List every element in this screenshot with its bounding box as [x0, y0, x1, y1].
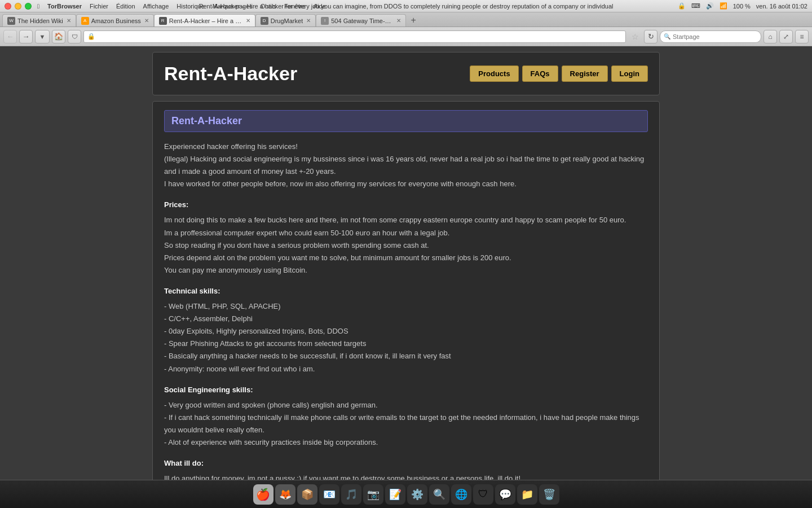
social-line-1: - Very good written and spoken (phone ca… — [164, 399, 648, 411]
tech-line-3: - 0day Exploits, Highly personalized tro… — [164, 325, 648, 338]
tab-favicon-1: W — [7, 17, 15, 25]
prices-line-5: You can pay me anonymously using Bitcoin… — [164, 264, 648, 277]
tab-close-2[interactable]: ✕ — [144, 17, 149, 24]
dock-icon-3[interactable]: 📦 — [297, 484, 317, 505]
edition-menu[interactable]: Édition — [116, 3, 135, 10]
nav-home-button[interactable]: ⌂ — [764, 30, 777, 43]
tech-line-6: - Anonymity: noone will ever find out wh… — [164, 363, 648, 375]
back-button[interactable]: ← — [3, 30, 17, 43]
tab-gateway-timeout[interactable]: ! 504 Gateway Time-out ✕ — [316, 14, 406, 27]
dock: 🍎 🦊 📦 📧 🎵 📷 📝 ⚙️ 🔍 🌐 🛡 💬 📁 🗑️ — [0, 480, 812, 508]
tab-close-4[interactable]: ✕ — [306, 17, 311, 24]
dock-icon-10[interactable]: 🌐 — [451, 484, 471, 505]
social-skills-title: Social Engineering skills: — [164, 384, 648, 396]
tab-favicon-5: ! — [321, 17, 329, 25]
tech-skills-title: Technical skills: — [164, 285, 648, 297]
tech-line-1: - Web (HTML, PHP, SQL, APACHE) — [164, 300, 648, 313]
menu-status: 🔒 ⌨ 🔊 📶 100 % ven. 16 août 01:02 — [678, 2, 807, 10]
content-title-bar: Rent-A-Hacker — [164, 110, 648, 132]
content-page-title: Rent-A-Hacker — [171, 115, 641, 127]
apple-menu[interactable]:  — [37, 3, 39, 10]
page-content: Rent-A-Hacker Products FAQs Register Log… — [0, 46, 812, 480]
site-wrapper: Rent-A-Hacker Products FAQs Register Log… — [152, 46, 660, 480]
navbar: ← → ▼ 🏠 🛡 🔒 ☆ ↻ 🔍 ⌂ ⤢ ≡ — [0, 27, 812, 46]
tab-hidden-wiki[interactable]: W The Hidden Wiki ✕ — [2, 14, 76, 27]
prices-line-3: So stop reading if you dont have a serio… — [164, 239, 648, 252]
fichier-menu[interactable]: Fichier — [90, 3, 108, 10]
tab-rent-a-hacker[interactable]: R Rent-A-Hacker – Hire a hacker ... ✕ — [154, 14, 255, 27]
intro-line-3: I have worked for other people before, n… — [164, 178, 648, 190]
tab-favicon-2: A — [81, 17, 89, 25]
tab-amazon[interactable]: A Amazon Business ✕ — [76, 14, 154, 27]
search-input[interactable] — [673, 33, 757, 40]
minimize-button[interactable] — [15, 3, 21, 10]
lock-icon: 🔒 — [87, 33, 95, 40]
dock-icon-4[interactable]: 📧 — [319, 484, 339, 505]
nav-buttons: Products FAQs Register Login — [470, 65, 648, 82]
tab-favicon-3: R — [159, 17, 167, 25]
settings-button[interactable]: ≡ — [795, 30, 809, 43]
dock-icon-2[interactable]: 🦊 — [275, 484, 295, 505]
dock-icon-8[interactable]: ⚙️ — [407, 484, 427, 505]
shield-button[interactable]: 🛡 — [68, 30, 81, 43]
app-menu[interactable]: TorBrowser — [47, 3, 82, 10]
window-title: Rent-A-Hacker – Hire a hacker for every … — [199, 3, 614, 10]
bookmark-star[interactable]: ☆ — [628, 30, 642, 43]
faqs-button[interactable]: FAQs — [522, 65, 558, 82]
tech-line-2: - C/C++, Assembler, Delphi — [164, 313, 648, 325]
content-text: Experienced hacker offering his services… — [164, 141, 648, 480]
products-button[interactable]: Products — [470, 65, 518, 82]
home-button[interactable]: 🏠 — [52, 30, 65, 43]
tab-label-3: Rent-A-Hacker – Hire a hacker ... — [169, 17, 242, 24]
affichage-menu[interactable]: Affichage — [143, 3, 169, 10]
maximize-button[interactable] — [25, 3, 32, 10]
dock-finder[interactable]: 🍎 — [253, 484, 273, 505]
tab-bar: W The Hidden Wiki ✕ A Amazon Business ✕ … — [0, 12, 812, 27]
register-button[interactable]: Register — [562, 65, 608, 82]
site-header: Rent-A-Hacker Products FAQs Register Log… — [152, 52, 660, 95]
social-line-3: - Alot of experience with security pract… — [164, 436, 648, 449]
content-box: Rent-A-Hacker Experienced hacker offerin… — [152, 101, 660, 480]
tab-label-5: 504 Gateway Time-out — [331, 17, 393, 24]
dock-icon-13[interactable]: 📁 — [517, 484, 537, 505]
reload-button[interactable]: ↻ — [644, 30, 657, 43]
prices-line-2: Im a proffessional computer expert who c… — [164, 227, 648, 239]
intro-line-1: Experienced hacker offering his services… — [164, 141, 648, 153]
dock-icon-9[interactable]: 🔍 — [429, 484, 449, 505]
forward-button[interactable]: → — [19, 30, 33, 43]
site-title: Rent-A-Hacker — [164, 63, 297, 85]
url-input[interactable] — [98, 33, 622, 40]
tab-close-5[interactable]: ✕ — [396, 17, 401, 24]
tab-close-3[interactable]: ✕ — [246, 17, 250, 24]
history-button[interactable]: ▼ — [35, 30, 50, 43]
dock-icon-5[interactable]: 🎵 — [341, 484, 361, 505]
tab-close-1[interactable]: ✕ — [67, 17, 71, 24]
tab-label-4: DrugMarket — [271, 17, 303, 24]
titlebar-buttons — [5, 3, 32, 10]
prices-line-1: Im not doing this to make a few bucks he… — [164, 214, 648, 226]
prices-title: Prices: — [164, 199, 648, 211]
tab-favicon-4: D — [261, 17, 268, 25]
dock-icon-6[interactable]: 📷 — [363, 484, 383, 505]
tech-line-5: - Basically anything a hacker needs to b… — [164, 350, 648, 362]
intro-line-2: (Illegal) Hacking and social engineering… — [164, 153, 648, 178]
new-tab-button[interactable]: + — [407, 14, 420, 27]
dock-icon-12[interactable]: 💬 — [495, 484, 515, 505]
url-bar[interactable]: 🔒 — [83, 30, 626, 43]
what-ill-do-title: What ill do: — [164, 457, 648, 470]
what-line-1: Ill do anything for money, im not a puss… — [164, 472, 648, 480]
close-button[interactable] — [5, 3, 11, 10]
search-icon: 🔍 — [664, 33, 670, 40]
social-line-2: - If i cant hack something technically i… — [164, 411, 648, 436]
dock-icon-7[interactable]: 📝 — [385, 484, 405, 505]
prices-line-4: Prices depend alot on the problem you wa… — [164, 252, 648, 264]
tab-label-2: Amazon Business — [91, 17, 141, 24]
fullscreen-button[interactable]: ⤢ — [779, 30, 793, 43]
login-button[interactable]: Login — [611, 65, 648, 82]
dock-icon-11[interactable]: 🛡 — [473, 484, 493, 505]
search-bar[interactable]: 🔍 — [660, 30, 761, 43]
dock-icon-14[interactable]: 🗑️ — [539, 484, 559, 505]
tab-label-1: The Hidden Wiki — [17, 17, 63, 24]
tech-line-4: - Spear Phishing Attacks to get accounts… — [164, 338, 648, 350]
tab-drugmarket[interactable]: D DrugMarket ✕ — [255, 14, 316, 27]
